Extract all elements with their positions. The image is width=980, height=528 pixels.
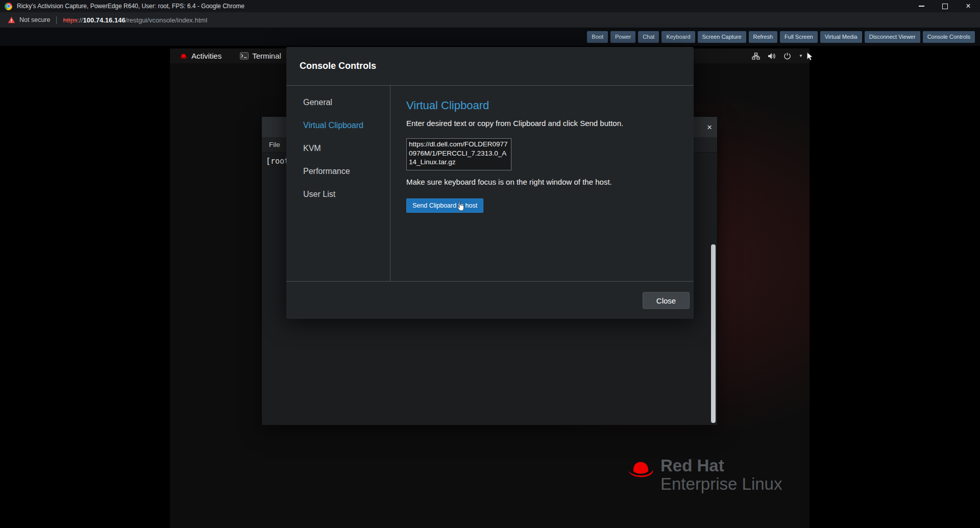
- titlebar: Ricky's Activision Capture, PowerEdge R6…: [0, 0, 980, 12]
- dialog-nav: General Virtual Clipboard KVM Performanc…: [286, 86, 390, 281]
- rhel-logo-line1: Red Hat: [660, 457, 782, 475]
- toolbar-button-disconnect-viewer[interactable]: Disconnect Viewer: [865, 31, 920, 43]
- toolbar-button-console-controls[interactable]: Console Controls: [923, 31, 975, 43]
- panel-heading: Virtual Clipboard: [406, 99, 694, 112]
- toolbar-button-refresh[interactable]: Refresh: [749, 31, 778, 43]
- remote-viewport: Activities Terminal: [0, 46, 980, 528]
- terminal-scrollbar[interactable]: [711, 244, 716, 423]
- dialog-footer: Close: [286, 281, 694, 319]
- virtual-clipboard-panel: Virtual Clipboard Enter desired text or …: [390, 86, 694, 281]
- window-title: Ricky's Activision Capture, PowerEdge R6…: [17, 3, 244, 10]
- rhel-logo-text: Red Hat Enterprise Linux: [660, 457, 782, 493]
- minimize-button[interactable]: [910, 0, 933, 12]
- network-icon[interactable]: [752, 53, 760, 60]
- terminal-icon: [240, 52, 249, 60]
- rhel-logo-line2: Enterprise Linux: [660, 475, 782, 493]
- dialog-body: General Virtual Clipboard KVM Performanc…: [286, 86, 694, 281]
- terminal-app-menu[interactable]: Terminal: [240, 52, 281, 60]
- maximize-button[interactable]: [933, 0, 957, 12]
- toolbar-button-chat[interactable]: Chat: [638, 31, 659, 43]
- toolbar-button-power[interactable]: Power: [610, 31, 635, 43]
- nav-item-virtual-clipboard[interactable]: Virtual Clipboard: [286, 114, 390, 137]
- url-separator: ://: [78, 16, 83, 24]
- nav-item-kvm[interactable]: KVM: [286, 137, 390, 160]
- power-icon[interactable]: [783, 52, 791, 60]
- chrome-icon: [5, 3, 12, 10]
- url-path: /restgui/vconsole/index.html: [126, 16, 207, 24]
- rhel-wallpaper-logo: Red Hat Enterprise Linux: [627, 457, 782, 493]
- minimize-icon: [919, 6, 924, 6]
- toolbar-button-keyboard[interactable]: Keyboard: [662, 31, 695, 43]
- activities-menu[interactable]: Activities: [179, 52, 222, 60]
- toolbar-button-full-screen[interactable]: Full Screen: [780, 31, 818, 43]
- window-close-button[interactable]: ×: [957, 0, 980, 12]
- not-secure-label: Not secure: [19, 16, 50, 23]
- redhat-hat-icon: [627, 459, 654, 479]
- close-icon: ×: [966, 2, 970, 10]
- remote-mouse-cursor: [806, 52, 813, 63]
- send-clipboard-button[interactable]: Send Clipboard to host: [406, 198, 483, 213]
- redhat-icon: [179, 53, 188, 59]
- url-scheme: https: [63, 16, 77, 24]
- warning-icon: [8, 16, 15, 23]
- clipboard-textarea[interactable]: https://dl.dell.com/FOLDER09770976M/1/PE…: [406, 138, 511, 170]
- toolbar-button-screen-capture[interactable]: Screen Capture: [698, 31, 746, 43]
- nav-item-user-list[interactable]: User List: [286, 183, 390, 206]
- console-controls-dialog: Console Controls General Virtual Clipboa…: [286, 47, 694, 319]
- clipboard-note: Make sure keyboard focus is on the right…: [406, 178, 694, 186]
- terminal-menu-file[interactable]: File: [269, 141, 280, 148]
- url-bar[interactable]: Not secure https://100.74.16.146/restgui…: [0, 12, 980, 28]
- volume-icon[interactable]: [768, 53, 776, 60]
- browser-window: Ricky's Activision Capture, PowerEdge R6…: [0, 0, 980, 528]
- activities-label: Activities: [191, 52, 222, 60]
- window-controls: ×: [910, 0, 980, 12]
- maximize-icon: [942, 4, 948, 9]
- console-toolbar: Boot Power Chat Keyboard Screen Capture …: [0, 28, 980, 46]
- address-text: https://100.74.16.146/restgui/vconsole/i…: [63, 16, 207, 24]
- nav-item-performance[interactable]: Performance: [286, 160, 390, 183]
- terminal-prompt: [root: [266, 157, 289, 166]
- dialog-title: Console Controls: [286, 47, 694, 86]
- url-host: 100.74.16.146: [83, 16, 125, 24]
- terminal-close-button[interactable]: ×: [707, 123, 712, 132]
- chevron-down-icon[interactable]: ▼: [799, 54, 803, 58]
- url-divider: [56, 16, 57, 24]
- nav-item-general[interactable]: General: [286, 91, 390, 114]
- toolbar-button-virtual-media[interactable]: Virtual Media: [820, 31, 862, 43]
- dialog-close-button[interactable]: Close: [643, 292, 690, 309]
- terminal-app-label: Terminal: [252, 52, 281, 60]
- toolbar-button-boot[interactable]: Boot: [587, 31, 608, 43]
- clipboard-instruction: Enter desired text or copy from Clipboar…: [406, 119, 694, 128]
- system-tray: ▼: [752, 52, 803, 60]
